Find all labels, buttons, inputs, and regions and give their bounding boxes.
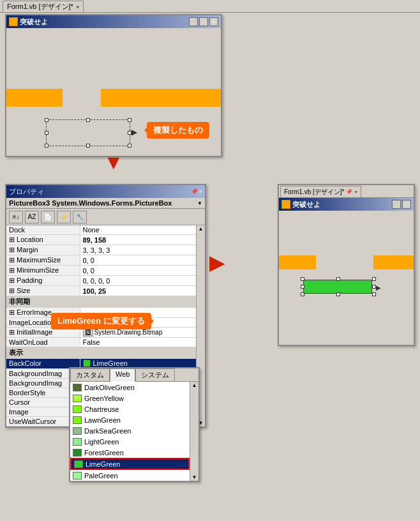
color-list: DarkOliveGreen GreenYellow Chartreuse La… (70, 382, 190, 481)
color-tab-custom[interactable]: カスタム (70, 368, 110, 381)
rf-minimize[interactable]: _ (392, 200, 401, 209)
prop-toolbar: ≡↓ AZ 📄 ⚡ 🔧 (6, 209, 205, 225)
properties-title: プロパティ (9, 187, 44, 197)
orange-bar-right (101, 89, 221, 107)
rf-maximize[interactable]: □ (402, 200, 411, 209)
rf-control-arrow: ▶ (376, 284, 381, 291)
backcolor-value: LimeGreen (93, 359, 128, 367)
prop-row-margin[interactable]: ⊞ Margin 3, 3, 3, 3 (6, 245, 205, 255)
rf-orange-right (373, 255, 414, 269)
properties-titlebar[interactable]: プロパティ 📌 × (6, 185, 205, 198)
color-list-scrollbar[interactable]: ▲ ▼ (190, 382, 199, 481)
settings-btn[interactable]: 🔧 (73, 211, 87, 223)
right-form-tab[interactable]: Form1.vb [デザイン]* 📌 × (280, 186, 361, 197)
color-tab-web[interactable]: Web (110, 368, 135, 382)
color-item-lightgreen[interactable]: LightGreen (70, 436, 190, 447)
object-dropdown-icon[interactable]: ▼ (197, 200, 202, 206)
form-icon (9, 17, 18, 26)
backcolor-swatch (83, 359, 91, 367)
right-tab-label: Form1.vb [デザイン]* (284, 188, 344, 197)
top-form-window: 突破せよ _ □ × ▶ 複製したもの (5, 14, 222, 157)
top-form-title: 突破せよ (20, 17, 48, 27)
prop-pin-icon[interactable]: 📌 (191, 188, 198, 195)
prop-row-padding[interactable]: ⊞ Padding 0, 0, 0, 0 (6, 276, 205, 286)
color-picker-popup[interactable]: カスタム Web システム DarkOliveGreen GreenYellow… (69, 367, 200, 482)
rf-icon (281, 200, 290, 209)
color-item-chartreuse[interactable]: Chartreuse (70, 404, 190, 414)
prop-row-waitonload[interactable]: WaitOnLoad False (6, 338, 205, 347)
color-item-lawngreen[interactable]: LawnGreen (70, 414, 190, 425)
prop-page-btn[interactable]: 📄 (41, 211, 55, 223)
object-name: PictureBox3 System.Windows.Forms.Picture… (9, 199, 172, 207)
minimize-btn[interactable]: _ (189, 17, 198, 26)
selection-arrow: ▶ (131, 128, 137, 137)
sort-category-btn[interactable]: ≡↓ (9, 211, 23, 223)
rf-orange-left (279, 255, 316, 269)
tab-form1-design[interactable]: Form1.vb [デザイン]* × (3, 1, 84, 12)
right-form-window: Form1.vb [デザイン]* 📌 × 突破せよ _ □ (278, 184, 415, 346)
balloon-annotation: 複製したもの (147, 122, 209, 139)
tab-label: Form1.vb [デザイン]* (7, 2, 73, 11)
prop-row-minsize[interactable]: ⊞ MinimumSize 0, 0 (6, 266, 205, 276)
color-item-darkseagreen[interactable]: DarkSeaGreen (70, 425, 190, 436)
color-item-forestgreen[interactable]: ForestGreen (70, 447, 190, 458)
color-item-palegreen[interactable]: PaleGreen (70, 470, 190, 481)
right-form-body: ▶ (279, 211, 414, 345)
right-form-title: 突破せよ (292, 200, 320, 209)
sort-alpha-btn[interactable]: AZ (25, 211, 39, 223)
prop-row-size[interactable]: ⊞ Size 100, 25 (6, 286, 205, 296)
limegreen-balloon: LimeGreen に変更する (51, 313, 151, 329)
maximize-btn[interactable]: □ (199, 17, 208, 26)
selection-box (46, 119, 130, 146)
right-tab-pin[interactable]: 📌 (346, 189, 352, 195)
object-selector[interactable]: PictureBox3 System.Windows.Forms.Picture… (6, 198, 205, 209)
prop-row-dock[interactable]: Dock None (6, 225, 205, 235)
close-btn[interactable]: × (209, 17, 218, 26)
color-item-greenyellow[interactable]: GreenYellow (70, 393, 190, 404)
right-tab-close[interactable]: × (354, 189, 357, 195)
prop-section-async: 非同期 (6, 296, 205, 308)
arrow-down-indicator: ▼ (103, 152, 124, 172)
color-tab-system[interactable]: システム (135, 368, 175, 381)
tab-close-icon[interactable]: × (76, 4, 79, 10)
color-picker-tab-bar: カスタム Web システム (70, 368, 199, 382)
color-item-limegreen[interactable]: LimeGreen (70, 458, 190, 470)
prop-row-maxsize[interactable]: ⊞ MaximumSize 0, 0 (6, 255, 205, 266)
orange-bar-left (6, 89, 63, 107)
top-form-body: ▶ 複製したもの (6, 28, 221, 156)
arrow-right-indicator: ▶ (209, 252, 225, 273)
prop-row-location[interactable]: ⊞ Location 89, 158 (6, 235, 205, 245)
event-btn[interactable]: ⚡ (57, 211, 71, 223)
prop-close-icon[interactable]: × (199, 188, 202, 195)
prop-section-display: 表示 (6, 347, 205, 359)
balloon-text: 複製したもの (153, 125, 203, 135)
top-form-titlebar[interactable]: 突破せよ _ □ × (6, 15, 221, 28)
right-form-titlebar[interactable]: 突破せよ _ □ (279, 198, 414, 211)
color-item-darkolivegreen[interactable]: DarkOliveGreen (70, 382, 190, 393)
